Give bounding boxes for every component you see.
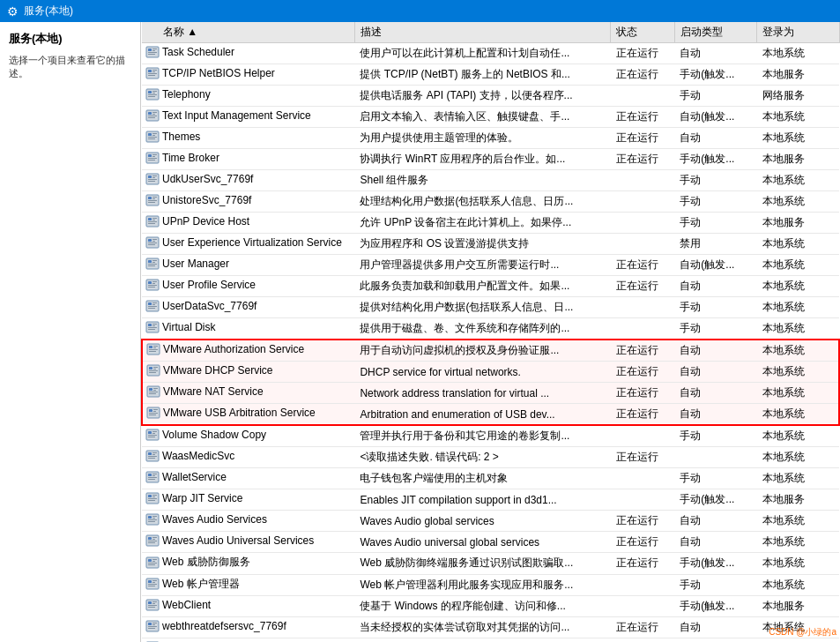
table-row[interactable]: Virtual Disk 提供用于磁盘、卷、文件系统和存储阵列的...手动本地系… bbox=[142, 318, 839, 340]
table-row[interactable]: Task Scheduler 使用户可以在此计算机上配置和计划自动任...正在运… bbox=[142, 43, 839, 64]
table-row[interactable]: Time Broker 协调执行 WinRT 应用程序的后台作业。如...正在运… bbox=[142, 149, 839, 170]
service-start-cell: 自动 bbox=[674, 362, 756, 383]
col-header-status[interactable]: 状态 bbox=[611, 22, 675, 43]
service-status-cell bbox=[611, 234, 675, 255]
svg-rect-157 bbox=[148, 601, 152, 604]
service-icon bbox=[145, 108, 160, 123]
svg-rect-105 bbox=[153, 411, 156, 412]
service-login-cell: 本地系统 bbox=[757, 553, 839, 575]
table-row[interactable]: WemeetUpdateSvc Wemeet Update Service手动本… bbox=[142, 638, 839, 643]
svg-rect-159 bbox=[152, 603, 155, 604]
table-row[interactable]: Web 帐户管理器 Web 帐户管理器利用此服务实现应用和服务...手动本地系统 bbox=[142, 574, 839, 596]
service-icon bbox=[146, 406, 160, 420]
table-row[interactable]: User Experience Virtualization Service 为… bbox=[142, 234, 839, 255]
table-row[interactable]: Waves Audio Universal Services Waves Aud… bbox=[142, 532, 839, 553]
table-row[interactable]: WalletService 电子钱包客户端使用的主机对象手动本地系统 bbox=[142, 468, 839, 489]
service-icon bbox=[145, 87, 160, 101]
table-row[interactable]: UnistoreSvc_7769f 处理结构化用户数据(包括联系人信息、日历..… bbox=[142, 191, 839, 213]
svg-rect-64 bbox=[148, 264, 157, 265]
service-status-cell: 正在运行 bbox=[611, 532, 675, 553]
service-login-cell: 本地系统 bbox=[757, 362, 839, 383]
service-status-cell bbox=[611, 596, 675, 617]
service-name-cell: WemeetUpdateSvc bbox=[142, 638, 354, 643]
title-bar-icon: ⚙ bbox=[7, 4, 19, 19]
table-row[interactable]: VMware USB Arbitration Service Arbitrati… bbox=[142, 404, 839, 426]
svg-rect-100 bbox=[149, 392, 158, 392]
svg-rect-40 bbox=[148, 179, 157, 180]
svg-rect-118 bbox=[148, 456, 157, 457]
svg-rect-76 bbox=[148, 306, 157, 307]
service-start-cell: 自动(触发... bbox=[674, 107, 756, 128]
table-row[interactable]: VMware Authorization Service 用于自动访问虚拟机的授… bbox=[142, 340, 839, 362]
table-row[interactable]: VMware DHCP Service DHCP service for vir… bbox=[142, 362, 839, 383]
service-desc-cell: 协调执行 WinRT 应用程序的后台作业。如... bbox=[354, 149, 610, 170]
svg-rect-52 bbox=[148, 221, 157, 222]
svg-rect-7 bbox=[148, 70, 152, 72]
table-row[interactable]: Web 威胁防御服务 Web 威胁防御终端服务通过识别试图欺骗取...正在运行手… bbox=[142, 553, 839, 575]
svg-rect-131 bbox=[148, 500, 155, 501]
table-row[interactable]: Volume Shadow Copy 管理并执行用于备份和其它用途的卷影复制..… bbox=[142, 425, 839, 447]
table-row[interactable]: Telephony 提供电话服务 API (TAPI) 支持，以便各程序...手… bbox=[142, 86, 839, 107]
service-icon bbox=[145, 299, 160, 313]
service-name-cell: WebClient bbox=[142, 596, 354, 617]
table-row[interactable]: VMware NAT Service Network address trans… bbox=[142, 383, 839, 404]
service-icon bbox=[146, 363, 160, 377]
service-name-cell: User Profile Service bbox=[142, 276, 354, 297]
service-name-cell: WaasMedicSvc bbox=[142, 447, 354, 468]
col-header-start[interactable]: 启动类型 bbox=[674, 22, 756, 43]
service-desc-cell: Waves Audio global services bbox=[354, 511, 610, 532]
svg-rect-117 bbox=[152, 454, 155, 455]
table-row[interactable]: WaasMedicSvc <读取描述失败. 错误代码: 2 >正在运行本地系统 bbox=[142, 447, 839, 468]
service-status-cell: 正在运行 bbox=[611, 43, 675, 64]
table-row[interactable]: User Profile Service 此服务负责加载和卸载用户配置文件。如果… bbox=[142, 276, 839, 297]
service-login-cell: 本地服务 bbox=[757, 596, 839, 617]
service-start-cell: 自动 bbox=[674, 43, 756, 64]
table-row[interactable]: TCP/IP NetBIOS Helper 提供 TCP/IP (NetBT) … bbox=[142, 64, 839, 86]
table-row[interactable]: UPnP Device Host 允许 UPnP 设备宿主在此计算机上。如果停.… bbox=[142, 213, 839, 234]
svg-rect-153 bbox=[152, 582, 155, 583]
svg-rect-151 bbox=[148, 580, 152, 583]
service-name-text: Web 帐户管理器 bbox=[162, 577, 240, 592]
svg-rect-11 bbox=[148, 75, 155, 76]
svg-rect-97 bbox=[149, 388, 152, 391]
table-row[interactable]: Themes 为用户提供使用主题管理的体验。正在运行自动本地系统 bbox=[142, 128, 839, 149]
col-header-desc[interactable]: 描述 bbox=[354, 22, 610, 43]
service-login-cell: 本地系统 bbox=[757, 383, 839, 404]
svg-rect-141 bbox=[152, 539, 155, 540]
table-row[interactable]: Waves Audio Services Waves Audio global … bbox=[142, 511, 839, 532]
table-row[interactable]: Warp JIT Service Enables JIT compilation… bbox=[142, 489, 839, 511]
svg-rect-20 bbox=[152, 112, 157, 113]
service-status-cell bbox=[611, 638, 675, 643]
service-login-cell: 本地服务 bbox=[757, 489, 839, 511]
service-name-text: Web 威胁防御服务 bbox=[162, 555, 250, 570]
service-name-text: VMware Authorization Service bbox=[163, 343, 304, 355]
service-name-text: User Manager bbox=[162, 258, 229, 270]
service-login-cell: 本地系统 bbox=[757, 340, 839, 362]
col-header-name[interactable]: 名称 ▲ bbox=[142, 22, 354, 43]
service-login-cell: 本地系统 bbox=[757, 43, 839, 64]
svg-rect-104 bbox=[153, 409, 158, 410]
service-name-cell: UPnP Device Host bbox=[142, 213, 354, 234]
service-icon bbox=[145, 598, 160, 612]
table-row[interactable]: Text Input Management Service 启用文本输入、表情输… bbox=[142, 107, 839, 128]
service-name-text: Waves Audio Universal Services bbox=[162, 534, 314, 547]
service-desc-cell: Arbitration and enumeration of USB dev..… bbox=[354, 404, 610, 426]
table-row[interactable]: webthreatdefsersvc_7769f 当未经授权的实体尝试窃取对其凭… bbox=[142, 617, 839, 638]
service-desc-cell: 提供用于磁盘、卷、文件系统和存储阵列的... bbox=[354, 318, 610, 340]
table-row[interactable]: User Manager 用户管理器提供多用户交互所需要运行时...正在运行自动… bbox=[142, 255, 839, 276]
table-row[interactable]: UdkUserSvc_7769f Shell 组件服务手动本地系统 bbox=[142, 170, 839, 191]
table-row[interactable]: WebClient 使基于 Windows 的程序能创建、访问和修...手动(触… bbox=[142, 596, 839, 617]
col-header-login[interactable]: 登录为 bbox=[757, 22, 839, 43]
service-status-cell: 正在运行 bbox=[611, 255, 675, 276]
table-row[interactable]: UserDataSvc_7769f 提供对结构化用户数据(包括联系人信息、日..… bbox=[142, 297, 839, 318]
service-name-cell: webthreatdefsersvc_7769f bbox=[142, 617, 354, 638]
service-start-cell: 手动(触发... bbox=[674, 596, 756, 617]
services-panel[interactable]: 名称 ▲ 描述 状态 启动类型 登录为 Task Scheduler 使用户可以… bbox=[141, 22, 840, 642]
svg-rect-148 bbox=[148, 563, 157, 564]
svg-rect-91 bbox=[149, 367, 152, 370]
watermark: CSDN @小绿的a bbox=[769, 626, 836, 638]
service-desc-cell: 提供对结构化用户数据(包括联系人信息、日... bbox=[354, 297, 610, 318]
service-status-cell: 正在运行 bbox=[611, 149, 675, 170]
service-start-cell: 手动(触发... bbox=[674, 553, 756, 575]
service-start-cell bbox=[674, 447, 756, 468]
